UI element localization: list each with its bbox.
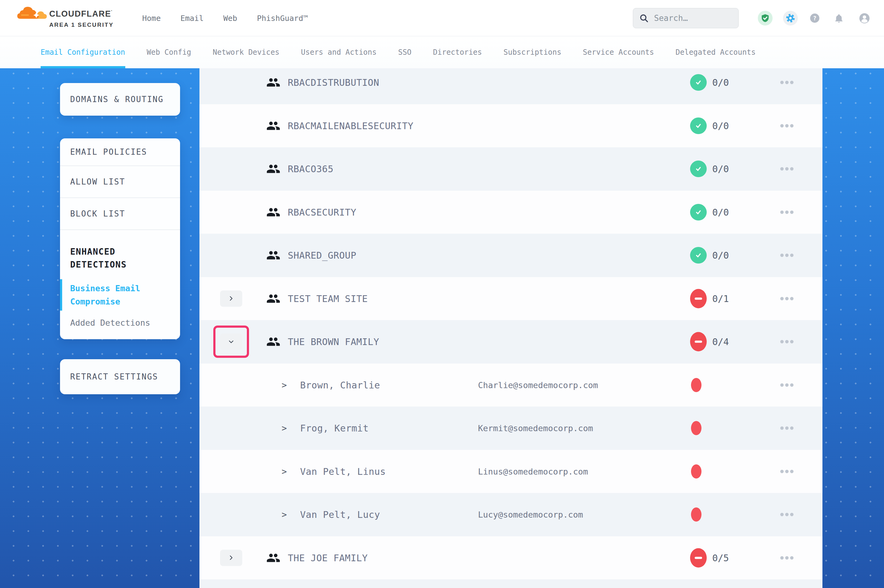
chevron-right-icon[interactable]: > xyxy=(282,423,287,433)
member-count: 0/0 xyxy=(712,120,729,131)
group-icon xyxy=(266,336,280,348)
groups-table: RBACDISTRUBUTION0/0RBACMAILENABLESECURIT… xyxy=(200,68,822,588)
row-actions-menu-button[interactable] xyxy=(780,254,794,257)
chevron-right-icon xyxy=(229,555,234,561)
settings-gear-icon[interactable] xyxy=(783,11,798,26)
member-count: 0/0 xyxy=(712,250,729,261)
status-alert-dot xyxy=(691,421,702,435)
group-icon xyxy=(266,120,280,132)
row-actions-menu-button[interactable] xyxy=(780,556,794,560)
member-count: 0/1 xyxy=(712,293,729,304)
expand-control xyxy=(220,290,242,307)
sidebar-card-retract-settings[interactable]: RETRACT SETTINGS xyxy=(60,359,180,394)
top-header: CLOUDFLARE' AREA 1 SECURITY HomeEmailWeb… xyxy=(0,0,884,36)
top-nav-email[interactable]: Email xyxy=(180,14,203,23)
search-icon xyxy=(639,14,648,23)
account-icon[interactable] xyxy=(859,13,870,24)
brand-trademark: ' xyxy=(111,9,113,14)
tab-service-accounts[interactable]: Service Accounts xyxy=(583,36,654,68)
table-row-group: RBACSECURITY0/0 xyxy=(200,190,822,234)
status-check-badge xyxy=(690,204,707,220)
tab-sso[interactable]: SSO xyxy=(398,36,411,68)
row-actions-menu-button[interactable] xyxy=(780,297,794,300)
group-name: RBACO365 xyxy=(288,164,334,174)
member-name: Van Pelt, Lucy xyxy=(300,509,380,520)
group-icon xyxy=(266,249,280,261)
tab-web-config[interactable]: Web Config xyxy=(147,36,191,68)
member-email: Lucy@somedemocorp.com xyxy=(478,510,583,519)
member-name: Frog, Kermit xyxy=(300,423,369,434)
member-email: Charlie@somedemocorp.com xyxy=(478,380,598,390)
member-name: Van Pelt, Linus xyxy=(300,466,386,477)
status-check-badge xyxy=(690,117,707,134)
group-name: RBACSECURITY xyxy=(288,207,356,218)
status-blocked-badge xyxy=(690,289,707,308)
status-check-badge xyxy=(690,74,707,91)
top-nav: HomeEmailWebPhishGuard™ xyxy=(142,0,308,36)
sidebar-item-retract-settings[interactable]: RETRACT SETTINGS xyxy=(60,372,158,381)
highlight-annotation xyxy=(220,334,242,350)
group-icon xyxy=(266,76,280,88)
tab-network-devices[interactable]: Network Devices xyxy=(213,36,280,68)
row-actions-menu-button[interactable] xyxy=(780,513,794,516)
row-actions-menu-button[interactable] xyxy=(780,124,794,128)
sidebar-item-domains-routing[interactable]: DOMAINS & ROUTING xyxy=(60,95,164,104)
member-count: 0/0 xyxy=(712,77,729,88)
search-box[interactable] xyxy=(633,8,739,28)
help-icon[interactable]: ? xyxy=(810,13,820,23)
chevron-down-icon xyxy=(229,339,234,344)
sidebar-item-business-email-compromise[interactable]: Business Email Compromise xyxy=(60,279,162,310)
group-name: THE BROWN FAMILY xyxy=(288,336,379,347)
group-icon xyxy=(266,292,280,305)
collapse-group-button[interactable] xyxy=(220,334,242,350)
tab-users-and-actions[interactable]: Users and Actions xyxy=(301,36,377,68)
tab-directories[interactable]: Directories xyxy=(433,36,482,68)
table-row-group: RBACDISTRUBUTION0/0 xyxy=(200,68,822,104)
row-actions-menu-button[interactable] xyxy=(780,167,794,171)
top-nav-home[interactable]: Home xyxy=(142,14,161,23)
chevron-right-icon[interactable]: > xyxy=(282,380,287,390)
table-row-group: TEST TEAM SITE0/1 xyxy=(200,277,822,321)
row-actions-menu-button[interactable] xyxy=(780,81,794,84)
tab-email-configuration[interactable]: Email Configuration xyxy=(41,36,125,68)
top-nav-web[interactable]: Web xyxy=(223,14,237,23)
chevron-right-icon[interactable]: > xyxy=(282,510,287,520)
group-name: RBACDISTRUBUTION xyxy=(288,77,379,88)
top-nav-phishguard[interactable]: PhishGuard™ xyxy=(257,14,308,23)
brand-name: CLOUDFLARE' xyxy=(49,9,114,19)
sidebar-item-allow-list[interactable]: ALLOW LIST xyxy=(60,166,180,197)
row-actions-menu-button[interactable] xyxy=(780,340,794,344)
expand-control xyxy=(220,549,242,566)
expand-group-button[interactable] xyxy=(220,549,242,566)
row-actions-menu-button[interactable] xyxy=(780,470,794,473)
shield-check-icon[interactable] xyxy=(758,11,773,26)
group-name: SHARED_GROUP xyxy=(288,250,356,261)
table-row-group: THE JOE FAMILY0/5 xyxy=(200,536,822,580)
sidebar-card-domains-routing[interactable]: DOMAINS & ROUTING xyxy=(60,83,180,116)
sidebar-item-email-policies[interactable]: EMAIL POLICIES xyxy=(60,138,180,165)
status-check-badge xyxy=(690,247,707,264)
sidebar-item-block-list[interactable]: BLOCK LIST xyxy=(60,198,180,230)
status-alert-dot xyxy=(691,507,702,522)
tab-delegated-accounts[interactable]: Delegated Accounts xyxy=(676,36,756,68)
row-actions-menu-button[interactable] xyxy=(780,426,794,430)
row-actions-menu-button[interactable] xyxy=(780,383,794,387)
status-alert-dot xyxy=(691,378,702,392)
expand-group-button[interactable] xyxy=(220,290,242,307)
config-tabs: Email ConfigurationWeb ConfigNetwork Dev… xyxy=(0,36,884,68)
row-actions-menu-button[interactable] xyxy=(780,210,794,214)
member-email: Kermit@somedemocorp.com xyxy=(478,423,593,433)
svg-text:?: ? xyxy=(813,15,816,21)
tab-subscriptions[interactable]: Subscriptions xyxy=(504,36,561,68)
table-row-member: >Brown, CharlieCharlie@somedemocorp.com xyxy=(200,363,822,407)
divider xyxy=(60,230,180,230)
search-input[interactable] xyxy=(654,14,732,23)
member-count: 0/0 xyxy=(712,207,729,218)
sidebar-item-added-detections[interactable]: Added Detections xyxy=(60,318,180,327)
sidebar-card-email-policies: EMAIL POLICIES ALLOW LIST BLOCK LIST ENH… xyxy=(60,138,180,339)
chevron-right-icon[interactable]: > xyxy=(282,466,287,476)
status-alert-dot xyxy=(691,464,702,478)
notifications-bell-icon[interactable] xyxy=(834,13,844,23)
member-count: 0/4 xyxy=(712,336,729,347)
status-blocked-badge xyxy=(690,548,707,567)
